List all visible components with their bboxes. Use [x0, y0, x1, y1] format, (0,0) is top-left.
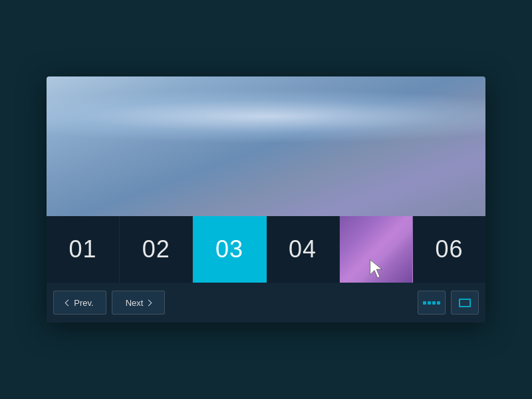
- next-arrow-icon: [146, 299, 152, 306]
- grid-view-button[interactable]: [418, 291, 446, 315]
- prev-label: Prev.: [74, 298, 93, 308]
- thumbnail-3[interactable]: 03: [193, 216, 266, 283]
- prev-arrow-icon: [65, 299, 72, 306]
- thumbnail-4[interactable]: 04: [267, 216, 340, 283]
- thumbnail-1[interactable]: 01: [47, 216, 120, 283]
- next-label: Next: [126, 298, 144, 308]
- thumbnail-5[interactable]: [340, 216, 413, 283]
- thumbnails-row: 01 02 03 04 06: [47, 216, 485, 283]
- thumb-label-4: 04: [289, 235, 317, 263]
- thumb-label-3: 03: [215, 235, 243, 263]
- rectangle-icon: [459, 299, 471, 307]
- svg-marker-0: [370, 260, 382, 278]
- next-button[interactable]: Next: [112, 291, 165, 315]
- prev-button[interactable]: Prev.: [53, 291, 106, 315]
- preview-area: [47, 76, 485, 216]
- thumb-label-2: 02: [142, 235, 170, 263]
- single-view-button[interactable]: [451, 291, 479, 315]
- controls-bar: Prev. Next: [47, 283, 485, 323]
- thumb-label-1: 01: [69, 235, 97, 263]
- slideshow-widget: 01 02 03 04 06 Prev. Next: [47, 76, 485, 323]
- thumbnail-6[interactable]: 06: [413, 216, 485, 283]
- thumbnail-2[interactable]: 02: [120, 216, 193, 283]
- thumb-label-6: 06: [435, 235, 463, 263]
- grid-icon: [423, 301, 440, 305]
